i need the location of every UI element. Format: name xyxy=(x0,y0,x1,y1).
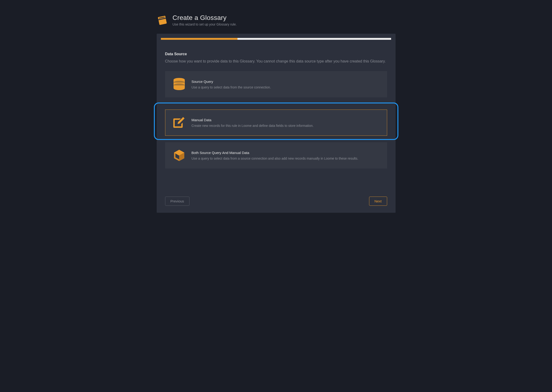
page-title: Create a Glossary xyxy=(172,14,237,21)
book-icon xyxy=(157,14,168,26)
progress-filled xyxy=(161,38,238,40)
progress-remaining xyxy=(237,38,391,40)
option-manual-data[interactable]: Manual Data Create new records for this … xyxy=(165,110,387,136)
highlight-annotation: Manual Data Create new records for this … xyxy=(154,103,398,140)
wizard-footer: Previous Next xyxy=(157,189,395,213)
progress-bar xyxy=(161,34,391,40)
option-title: Source Query xyxy=(192,80,271,84)
previous-button[interactable]: Previous xyxy=(165,196,189,206)
option-description: Use a query to select data from a source… xyxy=(192,157,358,160)
database-icon xyxy=(172,77,186,91)
option-title: Both Source Query And Manual Data xyxy=(192,151,358,155)
wizard-card: Data Source Choose how you want to provi… xyxy=(157,34,395,213)
option-title: Manual Data xyxy=(192,118,314,122)
option-source-query[interactable]: Source Query Use a query to select data … xyxy=(165,71,387,97)
wizard-header: Create a Glossary Use this wizard to set… xyxy=(157,9,395,31)
edit-icon xyxy=(172,116,186,129)
cube-icon xyxy=(172,149,186,162)
option-description: Create new records for this rule in Loom… xyxy=(192,124,314,127)
next-button[interactable]: Next xyxy=(369,196,387,206)
option-both[interactable]: Both Source Query And Manual Data Use a … xyxy=(165,142,387,168)
section-description: Choose how you want to provide data to t… xyxy=(165,58,387,64)
page-subtitle: Use this wizard to set up your Glossary … xyxy=(172,22,237,26)
option-description: Use a query to select data from the sour… xyxy=(192,85,271,89)
section-title: Data Source xyxy=(165,52,387,56)
